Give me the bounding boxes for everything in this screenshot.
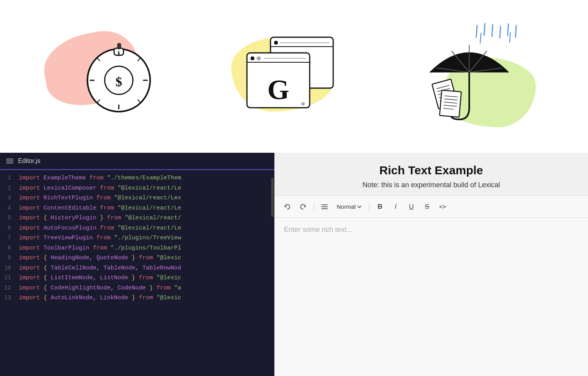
rich-editor-placeholder: Enter some rich text... bbox=[284, 226, 352, 233]
editor-titlebar: Editor.js bbox=[0, 153, 274, 170]
rich-editor-subtitle: Note: this is an experimental build of L… bbox=[282, 181, 580, 189]
code-line: 3 import RichTextPlugin from "@lexical/r… bbox=[0, 193, 274, 203]
svg-rect-2 bbox=[117, 43, 121, 49]
svg-text:$: $ bbox=[116, 74, 122, 89]
strikethrough-button[interactable]: S bbox=[420, 200, 434, 213]
code-content: 1 import ExampleTheme from "./themes/Exa… bbox=[0, 170, 274, 376]
hamburger-menu-icon[interactable] bbox=[6, 159, 13, 163]
svg-rect-45 bbox=[439, 90, 461, 117]
svg-point-24 bbox=[301, 102, 305, 105]
code-line: 5 import { HistoryPlugin } from "@lexica… bbox=[0, 213, 274, 223]
code-line: 12 import { CodeHighlightNode, CodeNode … bbox=[0, 283, 274, 293]
rich-editor-body[interactable]: Enter some rich text... bbox=[274, 218, 588, 376]
code-line: 9 import { HeadingNode, QuoteNode } from… bbox=[0, 253, 274, 263]
undo-button[interactable] bbox=[281, 200, 294, 213]
code-line: 6 import AutoFocusPlugin from "@lexical/… bbox=[0, 223, 274, 233]
bottom-section: Editor.js 1 import ExampleTheme from "./… bbox=[0, 153, 588, 376]
toolbar-separator-2 bbox=[369, 202, 369, 212]
code-line: 1 import ExampleTheme from "./themes/Exa… bbox=[0, 173, 274, 183]
svg-line-30 bbox=[515, 25, 516, 37]
umbrella-rain-illustration bbox=[387, 14, 552, 139]
code-line: 2 import LexicalComposer from "@lexical/… bbox=[0, 183, 274, 193]
format-label: Normal bbox=[337, 203, 356, 210]
svg-line-31 bbox=[480, 33, 481, 43]
umbrella-svg bbox=[414, 22, 524, 131]
svg-line-29 bbox=[508, 24, 508, 36]
svg-line-28 bbox=[500, 26, 501, 38]
dropdown-chevron-icon bbox=[357, 204, 362, 209]
underline-button[interactable]: U bbox=[405, 200, 418, 213]
svg-point-14 bbox=[274, 41, 278, 45]
svg-line-26 bbox=[484, 24, 485, 35]
toolbar-separator bbox=[314, 202, 314, 212]
rich-editor-toolbar: Normal B I U S bbox=[274, 196, 588, 218]
code-line: 10 import { TableCellNode, TableNode, Ta… bbox=[0, 263, 274, 273]
scrollbar[interactable] bbox=[271, 178, 274, 217]
align-button[interactable] bbox=[318, 200, 331, 213]
rich-text-editor: Rich Text Example Note: this is an exper… bbox=[274, 153, 588, 376]
rich-editor-title: Rich Text Example bbox=[282, 164, 580, 177]
code-line: 4 import ContentEditable from "@lexical/… bbox=[0, 203, 274, 213]
code-editor: Editor.js 1 import ExampleTheme from "./… bbox=[0, 153, 274, 376]
svg-text:G: G bbox=[267, 74, 289, 105]
code-line: 8 import ToolbarPlugin from "./plugins/T… bbox=[0, 243, 274, 253]
redo-button[interactable] bbox=[296, 200, 310, 213]
code-line: 7 import TreeViewPlugin from "./plugins/… bbox=[0, 233, 274, 243]
clock-svg: $ bbox=[80, 29, 158, 123]
svg-line-32 bbox=[510, 33, 510, 42]
adg-svg: AD G bbox=[239, 29, 349, 123]
bold-button[interactable]: B bbox=[373, 200, 387, 213]
format-dropdown[interactable]: Normal bbox=[334, 202, 365, 212]
svg-point-19 bbox=[250, 56, 254, 60]
rich-editor-header: Rich Text Example Note: this is an exper… bbox=[274, 153, 588, 196]
code-line: 11 import { ListItemNode, ListNode } fro… bbox=[0, 273, 274, 283]
clock-dollar-illustration: $ bbox=[36, 14, 201, 139]
top-section: $ AD bbox=[0, 0, 588, 153]
svg-line-27 bbox=[492, 25, 493, 36]
editor-filename: Editor.js bbox=[18, 157, 40, 164]
italic-button[interactable]: I bbox=[389, 200, 402, 213]
svg-point-20 bbox=[257, 56, 261, 60]
code-button[interactable]: <> bbox=[436, 200, 449, 213]
code-line: 13 import { AutoLinkNode, LinkNode } fro… bbox=[0, 293, 274, 303]
svg-line-25 bbox=[476, 25, 477, 37]
adg-browser-illustration: AD G bbox=[212, 14, 376, 139]
